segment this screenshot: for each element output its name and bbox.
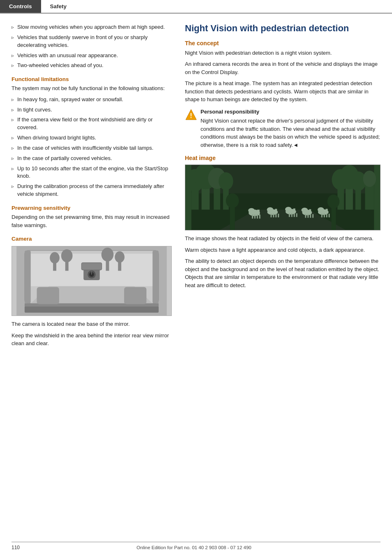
heat-image-para1: The image shows the heat radiated by obj… [185,234,380,243]
list-item: ▹ If the camera view field or the front … [12,116,172,132]
warning-body: Night Vision cannot replace the driver's… [201,118,380,148]
heat-image-para3: The ability to detect an object depends … [185,257,380,289]
svg-rect-59 [275,214,277,218]
list-item-text: In tight curves. [17,106,52,114]
list-item: ▹ Vehicles that suddenly swerve in front… [12,34,172,49]
svg-rect-14 [25,251,31,303]
header-tabs: Controls Safety [0,0,392,14]
functional-limitations-list: ▹ In heavy fog, rain, sprayed water or s… [12,96,172,198]
list-item-text: In heavy fog, rain, sprayed water or sno… [17,96,123,104]
svg-rect-76 [326,209,328,214]
list-item: ▹ In heavy fog, rain, sprayed water or s… [12,96,172,104]
footer-divider [12,542,380,542]
list-item: ▹ Slow moving vehicles when you approach… [12,23,172,31]
svg-rect-52 [257,214,258,218]
svg-point-56 [267,207,273,212]
svg-rect-51 [254,214,256,218]
footer-area: 110 Online Edition for Part no. 01 40 2 … [0,542,392,557]
bullet-arrow-icon: ▹ [12,107,14,114]
bullet-arrow-icon: ▹ [12,96,14,103]
functional-limitations-intro: The system may not be fully functional i… [12,84,172,93]
svg-rect-15 [152,251,159,303]
bullet-arrow-icon: ▹ [12,145,14,152]
camera-text2: Keep the windshield in the area behind t… [12,332,172,348]
bullet-arrow-icon: ▹ [12,116,14,123]
svg-rect-72 [307,214,309,218]
camera-text1: The camera is located near the base of t… [12,320,172,328]
bullet-arrow-icon: ▹ [12,34,14,41]
concept-para2: An infrared camera records the area in f… [185,60,380,76]
svg-rect-69 [309,209,311,214]
tab-controls[interactable]: Controls [0,0,41,13]
heat-image [185,165,380,230]
svg-rect-58 [273,214,274,218]
svg-point-83 [226,193,239,208]
list-item: ▹ In tight curves. [12,106,172,114]
bullet-arrow-icon: ▹ [12,24,14,31]
svg-point-23 [101,248,114,262]
heat-image-heading: Heat image [185,155,380,161]
list-item-text: Up to 10 seconds after the start of the … [17,165,172,181]
svg-point-70 [301,208,308,213]
warning-content: Personal responsibility Night Vision can… [201,108,380,149]
svg-point-17 [50,252,60,264]
list-item: ▹ Vehicles with an unusual rear appearan… [12,52,172,60]
svg-rect-11 [81,263,101,270]
svg-rect-64 [289,214,290,217]
warning-triangle-icon: ! [185,109,197,121]
footer-text: Online Edition for Part no. 01 40 2 903 … [136,545,251,550]
list-item-text: In the case of vehicles with insufficien… [17,144,153,152]
list-item-text: During the calibration process of the ca… [17,183,172,198]
svg-point-77 [318,207,324,212]
list-item-text: Vehicles with an unusual rear appearance… [17,52,118,60]
list-item: ▹ Two-wheeled vehicles ahead of you. [12,62,172,70]
svg-rect-65 [291,214,293,217]
camera-image [12,246,172,316]
svg-text:!: ! [190,112,192,119]
bullet-arrow-icon: ▹ [12,183,14,190]
svg-rect-47 [257,210,260,216]
tab-safety[interactable]: Safety [41,0,76,13]
svg-rect-13 [25,306,159,313]
page-number: 110 [12,545,20,550]
svg-rect-57 [270,214,272,218]
svg-rect-71 [305,214,306,218]
svg-rect-73 [310,214,311,218]
list-item-text: Two-wheeled vehicles ahead of you. [17,62,104,70]
list-item-text: When driving toward bright lights. [17,134,96,142]
list-item-text: Vehicles that suddenly swerve in front o… [17,34,172,49]
footer-content: 110 Online Edition for Part no. 01 40 2 … [12,543,380,550]
svg-point-49 [248,208,255,213]
warning-box: ! Personal responsibility Night Vision c… [185,108,380,149]
list-item-text: Slow moving vehicles when you approach t… [17,23,165,31]
svg-rect-60 [278,214,279,218]
svg-rect-74 [312,214,314,218]
svg-point-35 [219,172,233,190]
list-item-text: If the camera view field or the front wi… [17,116,172,132]
list-item: ▹ Up to 10 seconds after the start of th… [12,165,172,181]
camera-svg [12,246,171,316]
warning-title: Personal responsibility [201,108,380,116]
list-item: ▹ In the case of vehicles with insuffici… [12,144,172,152]
concept-para1: Night Vision with pedestrian detection i… [185,49,380,57]
svg-rect-66 [294,214,295,217]
svg-rect-55 [275,209,277,214]
camera-heading: Camera [12,236,172,242]
bullet-arrow-icon: ▹ [12,62,14,69]
bullet-arrow-icon: ▹ [12,155,14,162]
svg-point-19 [61,249,73,262]
prewarning-heading: Prewarning sensitivity [12,205,172,211]
right-column: Night Vision with pedestrian detection T… [185,21,380,351]
svg-rect-6 [124,287,146,304]
heat-svg [185,165,380,230]
list-item: ▹ When driving toward bright lights. [12,134,172,142]
functional-limitations-heading: Functional limitations [12,76,172,82]
svg-rect-78 [321,214,323,218]
bullet-arrow-icon: ▹ [12,52,14,59]
page: Controls Safety ▹ Slow moving vehicles w… [0,0,392,557]
main-heading: Night Vision with pedestrian detection [185,23,380,34]
concept-heading: The concept [185,40,380,46]
svg-rect-80 [326,214,327,218]
intro-bullet-list: ▹ Slow moving vehicles when you approach… [12,23,172,70]
list-item-text: In the case of partially covered vehicle… [17,155,112,162]
